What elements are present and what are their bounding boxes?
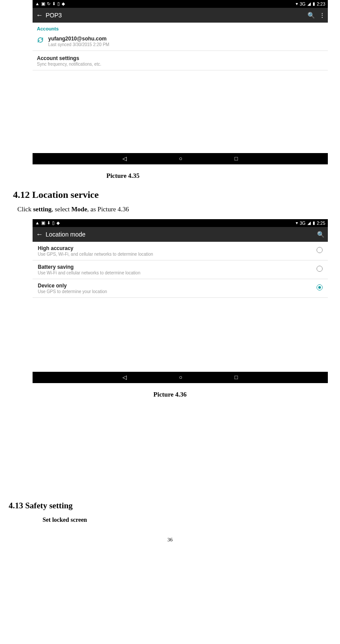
nav-back-icon[interactable]: ◁ [122,155,127,162]
nav-recent-icon[interactable]: □ [234,374,238,381]
debug-icon: ◆ [62,2,65,6]
signal-icon: ◢ [307,221,311,225]
nav-home-icon[interactable]: ○ [179,155,182,162]
app-bar: ← Location mode 🔍 [33,227,328,242]
section-413-heading: 4.13 Safety setting [9,501,331,511]
back-icon[interactable]: ← [36,231,43,238]
radio-icon[interactable] [317,247,323,253]
sync-icon [37,37,44,43]
screenshot-location-mode: ▲ ▣ ⬇ ▯ ◆ ▾ 3G ◢ ▮ 2:25 ← Location mode … [33,219,328,383]
caption-435: Picture 4.35 [9,172,331,180]
accounts-header: Accounts [33,23,328,33]
section-412-body: Click setting, select Mode, as Picture 4… [17,206,331,213]
clock-label: 2:23 [317,2,325,7]
download-icon: ⬇ [47,221,50,225]
radio-selected-icon[interactable] [317,284,323,290]
overflow-icon[interactable]: ⋮ [319,12,324,19]
account-email: yufang2010@sohu.com [48,36,323,42]
nav-back-icon[interactable]: ◁ [122,374,127,381]
row-title: High accuracy [38,245,317,251]
wifi-icon: ▾ [296,2,298,6]
app-title: POP3 [46,12,62,19]
row-sub: Use GPS, Wi-Fi, and cellular networks to… [38,252,317,257]
back-icon[interactable]: ← [36,12,43,19]
status-bar: ▲ ▣ ⬇ ▯ ◆ ▾ 3G ◢ ▮ 2:25 [33,219,328,227]
row-title: Battery saving [38,264,317,270]
app-bar: ← POP3 🔍 ⋮ [33,8,328,23]
account-row[interactable]: yufang2010@sohu.com Last synced 3/30/201… [33,33,328,51]
sdcard-icon: ▯ [52,221,55,225]
row-sub: Use Wi-Fi and cellular networks to deter… [38,270,317,275]
account-settings-sub: Sync frequency, notifications, etc. [37,62,323,67]
notif-icon: ▣ [41,2,45,6]
radio-icon[interactable] [317,266,323,272]
warning-icon: ▲ [35,221,40,225]
screenshot-pop3: ▲ ▣ ↻ ⬇ ▯ ◆ ▾ 3G ◢ ▮ 2:23 ← POP3 🔍 ⋮ [33,0,328,164]
page-number: 36 [9,537,331,543]
debug-icon: ◆ [56,221,60,225]
sync-status-icon: ↻ [47,2,50,6]
search-icon[interactable]: 🔍 [317,231,324,238]
download-icon: ⬇ [52,2,56,6]
search-icon[interactable]: 🔍 [307,12,315,19]
caption-436: Picture 4.36 [9,391,331,398]
wifi-icon: ▾ [296,221,298,225]
account-settings-row[interactable]: Account settings Sync frequency, notific… [33,51,328,70]
account-settings-title: Account settings [37,55,323,61]
location-row-battery-saving[interactable]: Battery saving Use Wi-Fi and cellular ne… [33,260,328,279]
signal-icon: ◢ [307,2,311,6]
app-title: Location mode [46,231,86,238]
section-412-heading: 4.12 Location service [13,189,331,200]
clock-label: 2:25 [317,221,325,226]
nav-bar: ◁ ○ □ [33,153,328,164]
nav-recent-icon[interactable]: □ [234,155,238,162]
status-bar: ▲ ▣ ↻ ⬇ ▯ ◆ ▾ 3G ◢ ▮ 2:23 [33,0,328,8]
battery-icon: ▮ [313,221,315,225]
nav-bar: ◁ ○ □ [33,372,328,383]
nav-home-icon[interactable]: ○ [179,374,182,381]
section-413-sub: Set locked screen [43,517,331,524]
row-sub: Use GPS to determine your location [38,289,317,294]
battery-icon: ▮ [313,2,315,6]
account-synced: Last synced 3/30/2015 2:20 PM [48,42,323,47]
sdcard-icon: ▯ [57,2,60,6]
location-row-high-accuracy[interactable]: High accuracy Use GPS, Wi-Fi, and cellul… [33,242,328,260]
network-label: 3G [300,221,305,226]
location-row-device-only[interactable]: Device only Use GPS to determine your lo… [33,279,328,298]
notif-icon: ▣ [41,221,45,225]
network-label: 3G [300,2,305,7]
row-title: Device only [38,283,317,289]
warning-icon: ▲ [35,2,40,6]
